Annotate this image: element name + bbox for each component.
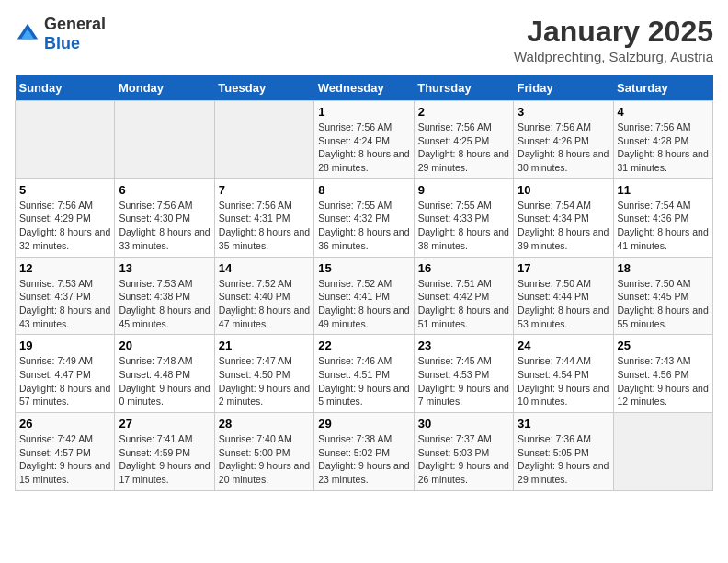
cell-info: Sunrise: 7:41 AMSunset: 4:59 PMDaylight:… — [119, 432, 210, 487]
header-monday: Monday — [115, 75, 214, 101]
calendar-cell: 27Sunrise: 7:41 AMSunset: 4:59 PMDayligh… — [115, 413, 214, 491]
calendar-cell: 21Sunrise: 7:47 AMSunset: 4:50 PMDayligh… — [214, 335, 313, 413]
cell-info: Sunrise: 7:56 AMSunset: 4:30 PMDaylight:… — [119, 199, 210, 253]
day-number: 4 — [618, 105, 709, 119]
day-number: 3 — [518, 105, 609, 119]
day-number: 23 — [418, 339, 509, 352]
logo: General Blue — [15, 15, 106, 53]
cell-info: Sunrise: 7:38 AMSunset: 5:02 PMDaylight:… — [318, 432, 409, 487]
day-number: 18 — [618, 261, 709, 275]
cell-info: Sunrise: 7:45 AMSunset: 4:53 PMDaylight:… — [418, 354, 509, 408]
header-sunday: Sunday — [16, 75, 115, 101]
calendar-cell: 15Sunrise: 7:52 AMSunset: 4:41 PMDayligh… — [314, 257, 414, 335]
calendar-cell: 26Sunrise: 7:42 AMSunset: 4:57 PMDayligh… — [16, 413, 115, 491]
calendar-cell: 9Sunrise: 7:55 AMSunset: 4:33 PMDaylight… — [414, 178, 513, 257]
cell-info: Sunrise: 7:37 AMSunset: 5:03 PMDaylight:… — [418, 432, 509, 487]
cell-info: Sunrise: 7:54 AMSunset: 4:36 PMDaylight:… — [618, 199, 709, 253]
calendar-week-row: 5Sunrise: 7:56 AMSunset: 4:29 PMDaylight… — [16, 178, 713, 257]
calendar-week-row: 12Sunrise: 7:53 AMSunset: 4:37 PMDayligh… — [16, 257, 713, 335]
day-number: 29 — [318, 417, 409, 431]
calendar-title: January 2025 — [514, 15, 713, 49]
calendar-cell: 8Sunrise: 7:55 AMSunset: 4:32 PMDaylight… — [314, 178, 414, 257]
cell-info: Sunrise: 7:47 AMSunset: 4:50 PMDaylight:… — [219, 354, 310, 408]
calendar-cell: 17Sunrise: 7:50 AMSunset: 4:44 PMDayligh… — [514, 257, 613, 335]
calendar-cell — [16, 101, 115, 179]
day-number: 8 — [318, 183, 409, 197]
cell-info: Sunrise: 7:52 AMSunset: 4:41 PMDaylight:… — [318, 277, 409, 331]
calendar-week-row: 19Sunrise: 7:49 AMSunset: 4:47 PMDayligh… — [16, 335, 713, 413]
page-header: General Blue January 2025 Waldprechting,… — [15, 15, 713, 64]
calendar-header-row: SundayMondayTuesdayWednesdayThursdayFrid… — [16, 75, 713, 101]
calendar-cell: 23Sunrise: 7:45 AMSunset: 4:53 PMDayligh… — [414, 335, 513, 413]
calendar-cell: 14Sunrise: 7:52 AMSunset: 4:40 PMDayligh… — [214, 257, 313, 335]
cell-info: Sunrise: 7:53 AMSunset: 4:38 PMDaylight:… — [119, 277, 210, 331]
calendar-cell: 11Sunrise: 7:54 AMSunset: 4:36 PMDayligh… — [613, 178, 712, 257]
header-tuesday: Tuesday — [214, 75, 313, 101]
day-number: 7 — [219, 183, 310, 197]
day-number: 11 — [618, 183, 709, 197]
cell-info: Sunrise: 7:49 AMSunset: 4:47 PMDaylight:… — [19, 354, 110, 408]
day-number: 12 — [19, 261, 110, 275]
calendar-cell: 31Sunrise: 7:36 AMSunset: 5:05 PMDayligh… — [514, 413, 613, 491]
day-number: 5 — [19, 183, 110, 197]
calendar-cell: 4Sunrise: 7:56 AMSunset: 4:28 PMDaylight… — [613, 101, 712, 179]
logo-blue: Blue — [44, 34, 80, 52]
calendar-cell: 25Sunrise: 7:43 AMSunset: 4:56 PMDayligh… — [613, 335, 712, 413]
calendar-cell: 20Sunrise: 7:48 AMSunset: 4:48 PMDayligh… — [115, 335, 214, 413]
calendar-cell: 3Sunrise: 7:56 AMSunset: 4:26 PMDaylight… — [514, 101, 613, 179]
day-number: 31 — [518, 417, 609, 431]
calendar-cell: 28Sunrise: 7:40 AMSunset: 5:00 PMDayligh… — [214, 413, 313, 491]
day-number: 24 — [518, 339, 609, 352]
cell-info: Sunrise: 7:54 AMSunset: 4:34 PMDaylight:… — [518, 199, 609, 253]
header-saturday: Saturday — [613, 75, 712, 101]
calendar-cell: 22Sunrise: 7:46 AMSunset: 4:51 PMDayligh… — [314, 335, 414, 413]
day-number: 6 — [119, 183, 210, 197]
day-number: 30 — [418, 417, 509, 431]
cell-info: Sunrise: 7:42 AMSunset: 4:57 PMDaylight:… — [19, 432, 110, 487]
day-number: 15 — [318, 261, 409, 275]
calendar-subtitle: Waldprechting, Salzburg, Austria — [514, 49, 713, 64]
calendar-cell: 6Sunrise: 7:56 AMSunset: 4:30 PMDaylight… — [115, 178, 214, 257]
calendar-cell: 13Sunrise: 7:53 AMSunset: 4:38 PMDayligh… — [115, 257, 214, 335]
calendar-table: SundayMondayTuesdayWednesdayThursdayFrid… — [15, 75, 713, 491]
cell-info: Sunrise: 7:55 AMSunset: 4:32 PMDaylight:… — [318, 199, 409, 253]
day-number: 20 — [119, 339, 210, 352]
cell-info: Sunrise: 7:43 AMSunset: 4:56 PMDaylight:… — [618, 354, 709, 408]
header-friday: Friday — [514, 75, 613, 101]
header-wednesday: Wednesday — [314, 75, 414, 101]
calendar-cell: 1Sunrise: 7:56 AMSunset: 4:24 PMDaylight… — [314, 101, 414, 179]
day-number: 21 — [219, 339, 310, 352]
cell-info: Sunrise: 7:56 AMSunset: 4:28 PMDaylight:… — [618, 121, 709, 175]
title-block: January 2025 Waldprechting, Salzburg, Au… — [514, 15, 713, 64]
calendar-cell — [115, 101, 214, 179]
day-number: 16 — [418, 261, 509, 275]
cell-info: Sunrise: 7:50 AMSunset: 4:45 PMDaylight:… — [618, 277, 709, 331]
calendar-cell: 18Sunrise: 7:50 AMSunset: 4:45 PMDayligh… — [613, 257, 712, 335]
day-number: 28 — [219, 417, 310, 431]
cell-info: Sunrise: 7:56 AMSunset: 4:31 PMDaylight:… — [219, 199, 310, 253]
day-number: 19 — [19, 339, 110, 352]
cell-info: Sunrise: 7:56 AMSunset: 4:24 PMDaylight:… — [318, 121, 409, 175]
day-number: 27 — [119, 417, 210, 431]
calendar-cell: 12Sunrise: 7:53 AMSunset: 4:37 PMDayligh… — [16, 257, 115, 335]
header-thursday: Thursday — [414, 75, 513, 101]
cell-info: Sunrise: 7:44 AMSunset: 4:54 PMDaylight:… — [518, 354, 609, 408]
logo-text: General Blue — [44, 15, 106, 53]
calendar-cell: 2Sunrise: 7:56 AMSunset: 4:25 PMDaylight… — [414, 101, 513, 179]
cell-info: Sunrise: 7:36 AMSunset: 5:05 PMDaylight:… — [518, 432, 609, 487]
calendar-cell: 19Sunrise: 7:49 AMSunset: 4:47 PMDayligh… — [16, 335, 115, 413]
day-number: 17 — [518, 261, 609, 275]
cell-info: Sunrise: 7:56 AMSunset: 4:25 PMDaylight:… — [418, 121, 509, 175]
day-number: 2 — [418, 105, 509, 119]
cell-info: Sunrise: 7:56 AMSunset: 4:26 PMDaylight:… — [518, 121, 609, 175]
cell-info: Sunrise: 7:55 AMSunset: 4:33 PMDaylight:… — [418, 199, 509, 253]
calendar-cell — [214, 101, 313, 179]
cell-info: Sunrise: 7:40 AMSunset: 5:00 PMDaylight:… — [219, 432, 310, 487]
day-number: 1 — [318, 105, 409, 119]
cell-info: Sunrise: 7:52 AMSunset: 4:40 PMDaylight:… — [219, 277, 310, 331]
cell-info: Sunrise: 7:53 AMSunset: 4:37 PMDaylight:… — [19, 277, 110, 331]
calendar-cell: 5Sunrise: 7:56 AMSunset: 4:29 PMDaylight… — [16, 178, 115, 257]
calendar-week-row: 26Sunrise: 7:42 AMSunset: 4:57 PMDayligh… — [16, 413, 713, 491]
day-number: 26 — [19, 417, 110, 431]
cell-info: Sunrise: 7:56 AMSunset: 4:29 PMDaylight:… — [19, 199, 110, 253]
